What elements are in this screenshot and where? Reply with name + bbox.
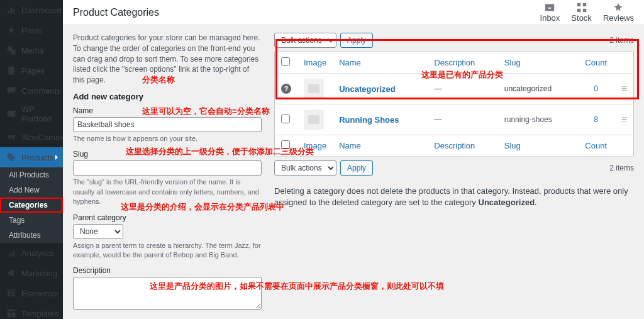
slug-input[interactable] xyxy=(73,160,262,176)
col-name[interactable]: Name xyxy=(339,58,361,67)
col-slug[interactable]: Slug xyxy=(504,141,521,150)
comment-icon xyxy=(5,84,18,97)
nav-label: Posts xyxy=(21,26,42,35)
stock-icon xyxy=(576,2,587,13)
nav-label: Products xyxy=(21,153,53,162)
top-bar: Product Categories Inbox Stock Reviews xyxy=(63,0,644,25)
nav-label: WooCommerce xyxy=(21,133,63,142)
nav-templates[interactable]: Templates xyxy=(0,303,63,319)
star-icon xyxy=(613,2,624,13)
nav-label: Marketing xyxy=(21,269,57,278)
categories-table-area: Bulk actions Apply 2 items Image Name De… xyxy=(274,33,634,311)
nav-label: Media xyxy=(21,46,43,55)
col-image[interactable]: Image xyxy=(304,58,326,67)
stock-button[interactable]: Stock xyxy=(571,2,592,23)
delete-note: Deleting a category does not delete the … xyxy=(274,186,634,208)
select-all-checkbox-bottom[interactable] xyxy=(281,140,290,149)
select-all-checkbox[interactable] xyxy=(281,57,290,66)
svg-point-3 xyxy=(9,155,10,156)
drag-handle[interactable]: ≡ xyxy=(621,114,627,125)
category-link[interactable]: Running Shoes xyxy=(339,115,399,125)
svg-rect-8 xyxy=(8,310,16,311)
note-strong: Uncategorized xyxy=(479,198,535,207)
nav-marketing[interactable]: Marketing xyxy=(0,263,63,283)
image-placeholder xyxy=(304,109,324,130)
bulk-actions-select[interactable]: Bulk actions xyxy=(274,33,336,48)
cell-count[interactable]: 0 xyxy=(577,74,615,104)
reviews-button[interactable]: Reviews xyxy=(603,2,634,23)
templates-icon xyxy=(5,307,18,319)
parent-help: Assign a parent term to create a hierarc… xyxy=(73,241,262,260)
col-desc[interactable]: Description xyxy=(434,141,475,150)
subnav-categories[interactable]: Categories xyxy=(0,198,63,213)
items-count: 2 items xyxy=(609,36,634,45)
svg-rect-13 xyxy=(577,3,580,6)
col-count[interactable]: Count xyxy=(585,58,607,67)
subnav-tags[interactable]: Tags xyxy=(0,213,63,228)
inbox-button[interactable]: Inbox xyxy=(540,2,560,23)
drag-handle[interactable]: ≡ xyxy=(621,83,627,94)
category-link[interactable]: Uncategorized xyxy=(339,84,396,94)
items-count-bottom: 2 items xyxy=(609,164,634,172)
svg-rect-16 xyxy=(582,9,586,12)
analytics-icon xyxy=(5,247,18,259)
image-placeholder xyxy=(304,79,324,99)
svg-rect-4 xyxy=(8,289,9,296)
cell-desc: — xyxy=(428,74,497,104)
bulk-actions-select-bottom[interactable]: Bulk actions xyxy=(274,160,336,176)
name-input[interactable] xyxy=(73,117,262,132)
portfolio-icon xyxy=(5,108,18,120)
nav-label: Pages xyxy=(21,66,45,76)
col-slug[interactable]: Slug xyxy=(504,58,521,67)
name-help: The name is how it appears on your site. xyxy=(73,134,262,143)
svg-rect-1 xyxy=(11,50,15,54)
desc-textarea[interactable] xyxy=(73,277,262,310)
svg-rect-10 xyxy=(12,312,16,317)
subnav-all-products[interactable]: All Products xyxy=(0,167,63,182)
cell-count[interactable]: 8 xyxy=(577,104,615,135)
media-icon xyxy=(5,44,18,57)
nav-elementor[interactable]: Elementor xyxy=(0,283,63,303)
apply-button[interactable]: Apply xyxy=(340,33,373,48)
woo-icon xyxy=(5,131,18,143)
nav-analytics[interactable]: Analytics xyxy=(0,243,63,263)
parent-label: Parent category xyxy=(73,213,262,222)
nav-label: Templates xyxy=(21,309,58,318)
nav-wp-portfolio[interactable]: WP Portfolio xyxy=(0,101,63,127)
dashboard-icon xyxy=(5,4,18,16)
admin-sidebar: Dashboard Posts Media Pages Comments WP … xyxy=(0,0,63,319)
marketing-icon xyxy=(5,267,18,279)
elementor-icon xyxy=(5,287,18,299)
inbox-icon xyxy=(544,2,555,13)
svg-rect-14 xyxy=(582,3,586,6)
subnav-add-new[interactable]: Add New xyxy=(0,182,63,198)
note-text: . xyxy=(535,198,537,207)
info-icon[interactable]: ? xyxy=(281,84,291,94)
content-wrap: Product categories for your store can be… xyxy=(63,25,644,319)
slug-help: The "slug" is the URL-friendly version o… xyxy=(73,177,262,206)
subnav-attributes[interactable]: Attributes xyxy=(0,228,63,243)
cell-slug: uncategorized xyxy=(498,74,577,104)
nav-products[interactable]: Products xyxy=(0,147,63,167)
pin-icon xyxy=(5,24,18,36)
parent-select[interactable]: None xyxy=(73,224,123,239)
name-label: Name xyxy=(73,106,262,115)
main-area: Product Categories Inbox Stock Reviews P… xyxy=(63,0,644,319)
col-count[interactable]: Count xyxy=(585,141,607,150)
nav-media[interactable]: Media xyxy=(0,40,63,60)
col-desc[interactable]: Description xyxy=(434,58,475,67)
categories-table: Image Name Description Slug Count ? Unca… xyxy=(274,52,634,157)
nav-woocommerce[interactable]: WooCommerce xyxy=(0,127,63,147)
nav-dashboard[interactable]: Dashboard xyxy=(0,0,63,20)
col-image[interactable]: Image xyxy=(304,141,326,150)
col-name[interactable]: Name xyxy=(339,141,361,150)
nav-label: Dashboard xyxy=(21,6,62,15)
apply-button-bottom[interactable]: Apply xyxy=(340,160,373,176)
form-heading: Add new category xyxy=(73,92,262,101)
row-checkbox[interactable] xyxy=(281,115,290,123)
nav-pages[interactable]: Pages xyxy=(0,60,63,81)
table-row: ? Uncategorized — uncategorized 0 ≡ xyxy=(275,74,634,104)
nav-comments[interactable]: Comments xyxy=(0,81,63,101)
icon-label: Stock xyxy=(571,13,592,23)
nav-posts[interactable]: Posts xyxy=(0,20,63,40)
